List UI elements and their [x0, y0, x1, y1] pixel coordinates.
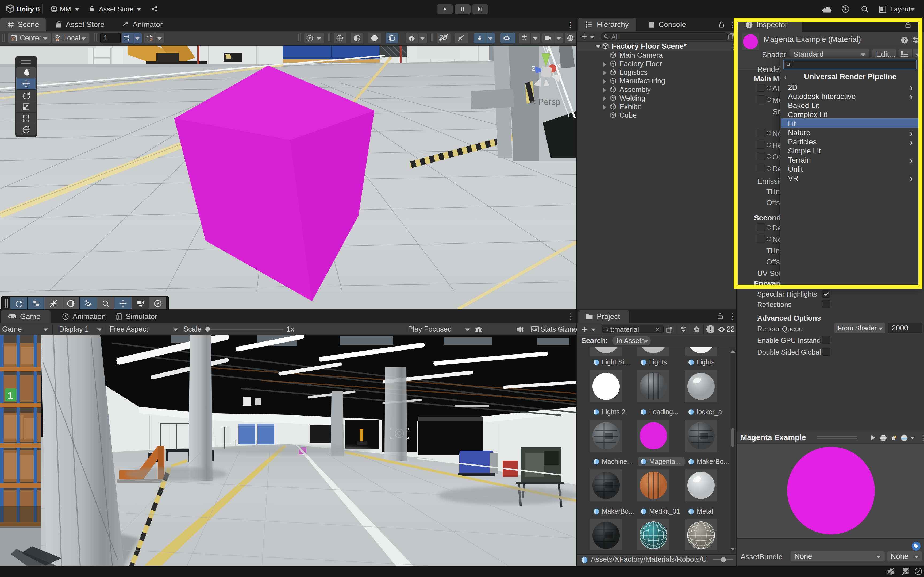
svg-text:1: 1 — [8, 390, 13, 401]
svg-text:z: z — [531, 63, 536, 72]
svg-text:< Persp: < Persp — [531, 97, 560, 107]
svg-text:x: x — [557, 61, 561, 69]
svg-text:Y: Y — [127, 38, 130, 42]
svg-text:y: y — [546, 46, 550, 53]
